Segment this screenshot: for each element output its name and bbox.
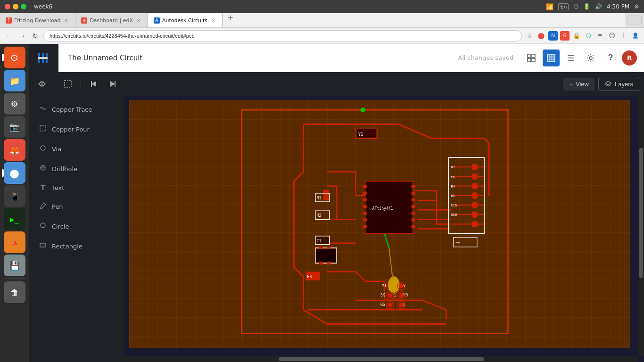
dock-item-camera[interactable]: 📷 bbox=[4, 116, 25, 138]
view-button[interactable]: + View bbox=[563, 78, 594, 90]
svg-rect-46 bbox=[363, 218, 367, 221]
dock-item-trash[interactable]: 🗑 bbox=[4, 281, 25, 303]
dock-item-vlc[interactable]: 🔺 bbox=[4, 231, 25, 253]
svg-rect-81 bbox=[316, 249, 336, 262]
ext2-icon[interactable]: 6 bbox=[560, 31, 570, 41]
svg-point-25 bbox=[41, 146, 45, 150]
pcb-view-button[interactable] bbox=[543, 49, 560, 66]
settings-button[interactable] bbox=[582, 49, 599, 66]
back-button[interactable]: ← bbox=[4, 31, 14, 41]
ext5-icon[interactable]: ≡ bbox=[595, 31, 605, 41]
view-icon: + bbox=[569, 81, 573, 88]
svg-point-60 bbox=[471, 202, 478, 208]
forward-button[interactable]: → bbox=[17, 31, 27, 41]
ext3-icon[interactable]: 🔒 bbox=[572, 31, 581, 41]
via-icon bbox=[39, 144, 47, 154]
pen-svg-icon bbox=[39, 202, 47, 209]
window-close[interactable] bbox=[5, 4, 10, 9]
prev-button[interactable] bbox=[86, 76, 102, 92]
help-button[interactable]: ? bbox=[602, 49, 619, 66]
next-button[interactable] bbox=[105, 76, 121, 92]
toolbar-right: + View Layers bbox=[563, 77, 639, 91]
tool-copper-trace[interactable]: Copper Trace bbox=[33, 100, 121, 118]
svg-text:C15: C15 bbox=[451, 203, 457, 207]
prev-icon bbox=[90, 80, 98, 88]
copper-pour-icon bbox=[39, 124, 47, 134]
tab-favicon-edx: e bbox=[81, 17, 87, 24]
dock-item-ubuntu[interactable]: ⊙ bbox=[4, 47, 25, 68]
drillhole-icon bbox=[39, 164, 47, 173]
ext6-icon[interactable]: 😊 bbox=[607, 31, 617, 41]
refresh-button[interactable]: ↻ bbox=[30, 31, 41, 41]
battery-icon: 🔋 bbox=[583, 3, 590, 10]
snap-button[interactable] bbox=[34, 76, 50, 92]
svg-text:R1: R1 bbox=[317, 196, 322, 200]
profile-icon[interactable]: 👤 bbox=[631, 31, 640, 41]
address-input[interactable] bbox=[43, 30, 522, 41]
tab-edx[interactable]: e Dashboard | edX ✕ bbox=[75, 13, 148, 27]
svg-rect-49 bbox=[412, 192, 415, 195]
settings-icon[interactable]: ⚙ bbox=[634, 3, 639, 10]
scrollbar-horizontal[interactable] bbox=[124, 356, 638, 362]
svg-text:RS: RS bbox=[380, 303, 385, 307]
svg-rect-23 bbox=[115, 81, 116, 87]
app-title: The Unnamed Circuit bbox=[58, 54, 458, 62]
pcb-icon bbox=[546, 53, 556, 63]
window-maximize[interactable] bbox=[21, 4, 26, 9]
scrollbar-vertical[interactable] bbox=[638, 96, 644, 356]
browser-tab-bar: F Fritzing Download ✕ e Dashboard | edX … bbox=[0, 13, 644, 28]
tool-rectangle[interactable]: Rectangle bbox=[33, 237, 121, 255]
user-avatar[interactable]: R bbox=[622, 50, 637, 66]
tool-copper-pour[interactable]: Copper Pour bbox=[33, 120, 121, 138]
window-minimize[interactable] bbox=[13, 4, 18, 9]
svg-point-95 bbox=[388, 293, 392, 298]
tab-close-autodesk[interactable]: ✕ bbox=[210, 17, 216, 24]
svg-point-107 bbox=[361, 107, 365, 112]
tool-drillhole[interactable]: Drillhole bbox=[33, 160, 121, 178]
tab-fritzing[interactable]: F Fritzing Download ✕ bbox=[0, 13, 75, 27]
ext4-icon[interactable]: ⬡ bbox=[584, 31, 593, 41]
dock-item-terminal[interactable]: ▶_ bbox=[4, 208, 25, 230]
dock-chromium-indicator bbox=[2, 169, 4, 177]
scrollbar-h-thumb[interactable] bbox=[279, 357, 484, 361]
pcb-svg-layer: Y1 ATtiny441 bbox=[129, 100, 630, 348]
tab-close-fritzing[interactable]: ✕ bbox=[63, 17, 69, 24]
svg-rect-42 bbox=[363, 192, 367, 195]
bom-button[interactable] bbox=[562, 49, 579, 66]
dock-item-firefox[interactable]: 🦊 bbox=[4, 139, 25, 161]
dock-item-settings[interactable]: ⚙ bbox=[4, 93, 25, 115]
pour-icon bbox=[39, 124, 47, 132]
select-button[interactable] bbox=[60, 76, 76, 92]
dock-item-chromium[interactable]: ⬤ bbox=[4, 162, 25, 184]
layers-button[interactable]: Layers bbox=[598, 77, 639, 91]
tool-text[interactable]: T Text bbox=[33, 180, 121, 196]
bookmark-star-icon[interactable]: ☆ bbox=[525, 31, 534, 41]
dock-item-files[interactable]: 📁 bbox=[4, 70, 25, 91]
tool-pen[interactable]: Pen bbox=[33, 197, 121, 215]
dock-item-app[interactable]: 📱 bbox=[4, 185, 25, 207]
next-icon bbox=[108, 80, 117, 88]
pcb-canvas[interactable]: Y1 ATtiny441 bbox=[124, 96, 644, 362]
clock: 4:50 PM bbox=[607, 3, 629, 10]
svg-rect-24 bbox=[40, 125, 46, 131]
svg-rect-52 bbox=[412, 212, 415, 214]
tab-autodesk[interactable]: A Autodesk Circuits ✕ bbox=[148, 13, 223, 27]
app-save-status: All changes saved bbox=[458, 54, 523, 61]
tool-circle[interactable]: Circle bbox=[33, 217, 121, 235]
dock-item-disk[interactable]: 💾 bbox=[4, 255, 25, 276]
ext7-icon[interactable]: ⋮ bbox=[619, 31, 628, 41]
tool-via[interactable]: Via bbox=[33, 140, 121, 158]
tab-close-edx[interactable]: ✕ bbox=[135, 17, 142, 24]
new-tab-button[interactable]: + bbox=[223, 13, 238, 27]
svg-text:R3: R3 bbox=[307, 275, 312, 279]
svg-rect-31 bbox=[40, 243, 46, 247]
opera-icon[interactable]: ⬤ bbox=[537, 31, 546, 41]
svg-point-61 bbox=[471, 211, 478, 218]
tool-label-rectangle: Rectangle bbox=[52, 243, 83, 250]
canvas-area[interactable]: Y1 ATtiny441 bbox=[124, 96, 644, 362]
ext1-icon[interactable]: N bbox=[548, 31, 558, 41]
layout-button[interactable] bbox=[523, 49, 540, 66]
svg-point-103 bbox=[388, 303, 392, 307]
svg-rect-53 bbox=[412, 218, 415, 221]
scrollbar-v-thumb[interactable] bbox=[639, 148, 643, 279]
